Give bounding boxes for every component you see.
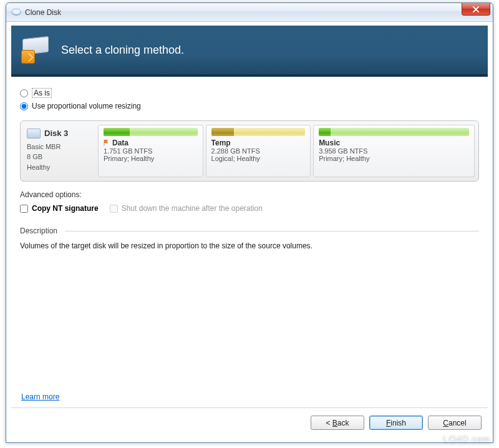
volume-data[interactable]: Data 1.751 GB NTFS Primary; Healthy	[98, 125, 203, 177]
cancel-rest: ancel	[448, 419, 467, 427]
volume-bar-fill	[104, 128, 130, 136]
banner-heading: Select a cloning method.	[61, 44, 184, 57]
body: As is Use proportional volume resizing D…	[11, 77, 488, 407]
content-area: Select a cloning method. As is Use propo…	[6, 22, 493, 442]
checkbox-copy-nt-label: Copy NT signature	[32, 204, 99, 213]
volumes-container: Data 1.751 GB NTFS Primary; Healthy Temp…	[98, 125, 475, 177]
volume-name: Data	[112, 139, 128, 147]
disk-name: Disk 3	[44, 127, 68, 140]
radio-proportional[interactable]: Use proportional volume resizing	[20, 102, 479, 110]
checkbox-shutdown-input	[110, 205, 118, 213]
learn-more-link[interactable]: Learn more	[21, 392, 59, 401]
close-icon	[473, 6, 479, 12]
window-title: Clone Disk	[25, 8, 61, 17]
description-header: Description	[20, 226, 479, 235]
volume-music[interactable]: Music 3.958 GB NTFS Primary; Healthy	[313, 125, 475, 177]
volume-name: Music	[319, 139, 340, 147]
disk-info: Disk 3 Basic MBR 8 GB Healthy	[24, 125, 95, 177]
back-rest: ack	[337, 419, 349, 427]
volume-status: Primary; Healthy	[104, 155, 198, 162]
volume-name-row: Temp	[211, 139, 306, 147]
app-icon	[11, 7, 21, 17]
disk-type: Basic MBR	[27, 142, 90, 152]
volume-bar	[319, 128, 469, 136]
volume-name-row: Data	[104, 139, 198, 147]
advanced-options: Copy NT signature Shut down the machine …	[20, 204, 479, 213]
volume-name-row: Music	[319, 139, 469, 147]
checkbox-copy-nt-input[interactable]	[20, 205, 28, 213]
disk-icon	[27, 129, 41, 139]
volume-status: Logical; Healthy	[211, 155, 306, 162]
finish-button[interactable]: Finish	[369, 416, 423, 430]
disk-panel: Disk 3 Basic MBR 8 GB Healthy Data 1.751…	[20, 120, 479, 182]
footer: < Back Finish Cancel	[11, 407, 488, 437]
radio-as-is[interactable]: As is	[20, 88, 479, 98]
volume-bar	[104, 128, 198, 136]
inner-panel: Select a cloning method. As is Use propo…	[11, 26, 488, 437]
titlebar: Clone Disk	[6, 3, 493, 22]
finish-rest: inish	[390, 419, 406, 427]
cancel-button[interactable]: Cancel	[428, 416, 482, 430]
checkbox-shutdown-label: Shut down the machine after the operatio…	[122, 204, 263, 213]
volume-bar	[211, 128, 306, 136]
radio-as-is-label: As is	[32, 88, 52, 98]
disk-size: 8 GB	[27, 152, 90, 162]
banner: Select a cloning method.	[11, 26, 488, 77]
learn-more-row: Learn more	[20, 386, 479, 407]
dialog-window: Clone Disk Select a cloning method. As i…	[6, 2, 493, 443]
volume-size: 1.751 GB NTFS	[104, 147, 198, 155]
disk-status: Healthy	[27, 162, 90, 173]
volume-size: 2.288 GB NTFS	[211, 147, 306, 155]
checkbox-shutdown: Shut down the machine after the operatio…	[110, 204, 263, 213]
volume-temp[interactable]: Temp 2.288 GB NTFS Logical; Healthy	[206, 125, 311, 177]
volume-size: 3.958 GB NTFS	[319, 147, 469, 155]
radio-as-is-input[interactable]	[20, 89, 28, 97]
back-button[interactable]: < Back	[311, 416, 364, 430]
volume-bar-fill	[319, 128, 331, 136]
volume-bar-fill	[211, 128, 234, 136]
flag-icon	[104, 140, 110, 146]
disk-title: Disk 3	[27, 127, 90, 140]
radio-proportional-label: Use proportional volume resizing	[32, 102, 141, 110]
radio-proportional-input[interactable]	[20, 102, 28, 110]
volume-status: Primary; Healthy	[319, 155, 469, 162]
description-text: Volumes of the target disk will be resiz…	[20, 241, 479, 250]
checkbox-copy-nt[interactable]: Copy NT signature	[20, 204, 99, 213]
close-button[interactable]	[462, 3, 490, 16]
description-label: Description	[20, 226, 57, 235]
banner-disk-icon	[21, 35, 51, 65]
volume-name: Temp	[211, 139, 231, 147]
advanced-label: Advanced options:	[20, 190, 479, 199]
svg-point-1	[12, 9, 21, 14]
